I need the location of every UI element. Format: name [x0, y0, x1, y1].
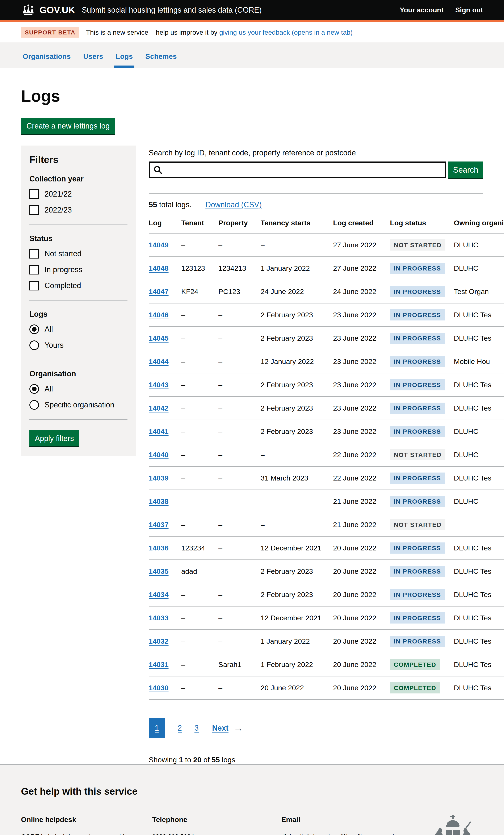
tenancy-starts-cell: –	[261, 490, 333, 513]
log-id-link[interactable]: 14036	[149, 544, 169, 552]
owning-organisation-cell: DLUHC	[454, 490, 504, 513]
owning-organisation-cell: DLUHC Tes	[454, 396, 504, 420]
radio-logs-yours[interactable]	[29, 341, 39, 350]
nav-item-schemes[interactable]: Schemes	[144, 45, 178, 68]
status-badge: IN PROGRESS	[390, 472, 445, 484]
log-created-cell: 22 June 2022	[333, 466, 390, 490]
pagination-page-2[interactable]: 2	[178, 724, 182, 733]
tenant-cell: –	[181, 303, 218, 327]
property-cell: –	[218, 606, 261, 630]
checkbox-2022-23[interactable]	[29, 205, 39, 215]
log-id-link[interactable]: 14049	[149, 241, 169, 249]
log-status-cell: COMPLETED	[390, 653, 454, 676]
pagination-next-link[interactable]: Next	[212, 724, 228, 733]
pagination-page-3[interactable]: 3	[195, 724, 199, 733]
log-created-cell: 23 June 2022	[333, 373, 390, 396]
log-created-cell: 27 June 2022	[333, 233, 390, 257]
filters-title: Filters	[29, 154, 127, 165]
log-id-link[interactable]: 14040	[149, 451, 169, 459]
nav-item-organisations[interactable]: Organisations	[21, 45, 73, 68]
status-badge: IN PROGRESS	[390, 309, 445, 321]
nav-item-users[interactable]: Users	[82, 45, 105, 68]
log-id-link[interactable]: 14037	[149, 521, 169, 529]
apply-filters-button[interactable]: Apply filters	[29, 430, 79, 446]
footer-heading: Get help with this service	[21, 786, 483, 797]
log-id-link[interactable]: 14038	[149, 497, 169, 505]
search-button[interactable]: Search	[448, 162, 483, 178]
filter-option-logs-yours: Yours	[29, 341, 127, 350]
log-id-link[interactable]: 14031	[149, 660, 169, 669]
checkbox-completed[interactable]	[29, 281, 39, 290]
crown-icon	[21, 4, 36, 16]
radio-specific-organisation[interactable]	[29, 400, 39, 410]
log-created-cell: 24 June 2022	[333, 280, 390, 303]
log-id-link[interactable]: 14030	[149, 684, 169, 692]
tenant-cell: –	[181, 513, 218, 536]
summary-to: 20	[193, 756, 201, 764]
log-id-link[interactable]: 14033	[149, 614, 169, 622]
nav-item-logs[interactable]: Logs	[114, 45, 135, 68]
property-cell: –	[218, 513, 261, 536]
log-id-link[interactable]: 14032	[149, 637, 169, 645]
feedback-link[interactable]: giving us your feedback (opens in a new …	[219, 28, 352, 36]
log-status-cell: IN PROGRESS	[390, 630, 454, 653]
log-id-link[interactable]: 14045	[149, 334, 169, 342]
log-id-link[interactable]: 14046	[149, 311, 169, 319]
log-created-cell: 23 June 2022	[333, 396, 390, 420]
log-status-cell: IN PROGRESS	[390, 536, 454, 560]
status-badge: COMPLETED	[390, 682, 440, 693]
checkbox-not-started[interactable]	[29, 249, 39, 259]
owning-organisation-cell: DLUHC Tes	[454, 653, 504, 676]
tenancy-starts-cell: –	[261, 233, 333, 257]
log-cell: 14048	[149, 257, 181, 280]
service-name-link[interactable]: Submit social housing lettings and sales…	[82, 6, 262, 15]
pagination-page-1-current[interactable]: 1	[149, 718, 165, 738]
footer-email: Email dluhc.digital-services@levellingup…	[281, 814, 422, 835]
tenancy-starts-cell: 2 February 2023	[261, 396, 333, 420]
status-badge: IN PROGRESS	[390, 333, 445, 344]
log-id-link[interactable]: 14043	[149, 381, 169, 389]
log-id-link[interactable]: 14034	[149, 591, 169, 598]
govuk-logo[interactable]: GOV.UK	[21, 4, 75, 16]
radio-logs-all[interactable]	[29, 324, 39, 334]
log-created-cell: 20 June 2022	[333, 536, 390, 560]
log-id-link[interactable]: 14044	[149, 358, 169, 365]
log-id-link[interactable]: 14047	[149, 287, 169, 296]
download-csv-link[interactable]: Download (CSV)	[205, 200, 262, 209]
log-id-link[interactable]: 14048	[149, 264, 169, 272]
log-id-link[interactable]: 14035	[149, 567, 169, 575]
core-helpdesk-link[interactable]: CORE helpdesk (opens in a new tab)	[21, 833, 125, 835]
filter-divider	[29, 300, 127, 301]
log-id-link[interactable]: 14042	[149, 404, 169, 412]
tenancy-starts-cell: 31 March 2023	[261, 466, 333, 490]
radio-organisation-all[interactable]	[29, 384, 39, 394]
summary-from: 1	[179, 756, 183, 764]
search-input[interactable]	[163, 163, 445, 177]
radio-label: Specific organisation	[44, 401, 114, 409]
status-badge: NOT STARTED	[390, 519, 445, 530]
property-cell: PC123	[218, 280, 261, 303]
tenancy-starts-cell: 1 February 2022	[261, 653, 333, 676]
status-badge: IN PROGRESS	[390, 286, 445, 297]
checkbox-label: 2022/23	[44, 206, 72, 215]
log-id-link[interactable]: 14041	[149, 427, 169, 435]
property-cell: –	[218, 536, 261, 560]
your-account-link[interactable]: Your account	[400, 6, 444, 14]
sign-out-link[interactable]: Sign out	[455, 6, 483, 14]
log-status-cell: IN PROGRESS	[390, 280, 454, 303]
email-link[interactable]: dluhc.digital-services@levellingup.gov.u…	[281, 833, 396, 835]
create-lettings-log-button[interactable]: Create a new lettings log	[21, 118, 115, 134]
checkbox-2021-22[interactable]	[29, 189, 39, 199]
footer: Get help with this service Online helpde…	[0, 764, 504, 835]
status-badge: IN PROGRESS	[390, 379, 445, 390]
log-cell: 14045	[149, 327, 181, 350]
table-row: 1404812312312342131 January 202227 June …	[149, 257, 504, 280]
owning-organisation-cell: DLUHC Tes	[454, 583, 504, 606]
checkbox-in-progress[interactable]	[29, 265, 39, 274]
header-account-nav: Your account Sign out	[400, 6, 483, 14]
logs-table: Log Tenant Property Tenancy starts Log c…	[149, 219, 504, 700]
summary-text: to	[183, 756, 193, 764]
log-created-cell: 27 June 2022	[333, 257, 390, 280]
log-id-link[interactable]: 14039	[149, 474, 169, 482]
log-status-cell: IN PROGRESS	[390, 466, 454, 490]
